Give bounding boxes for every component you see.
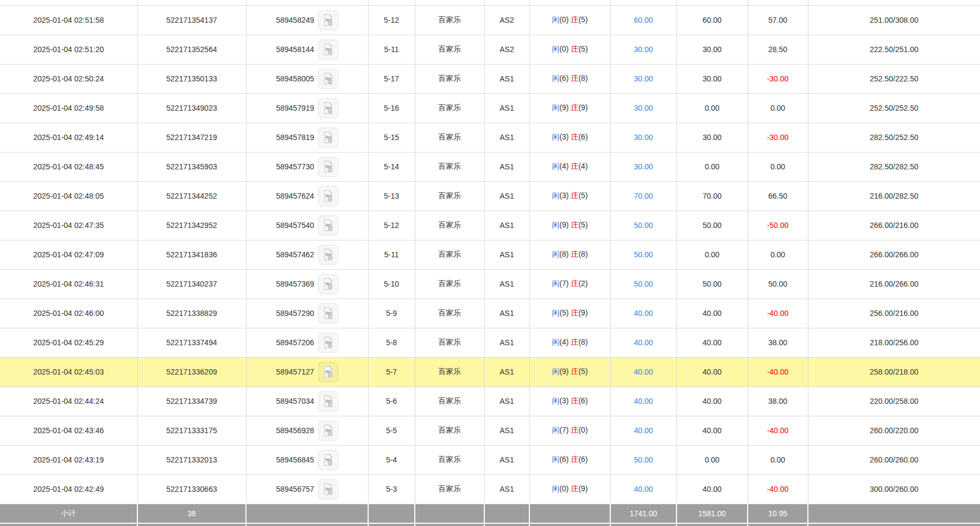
cell-bet-id: 522171338829 xyxy=(137,299,246,328)
banker-points: (6) xyxy=(578,455,587,464)
video-replay-button[interactable] xyxy=(318,303,338,324)
banker-label: 庄 xyxy=(571,426,578,434)
cell-bet-time: 2025-01-04 02:49:58 xyxy=(0,93,137,123)
video-replay-button[interactable] xyxy=(318,333,338,353)
table-row[interactable]: 2025-01-04 02:47:09 522171341836 5894574… xyxy=(0,240,980,269)
bet-amount-link[interactable]: 50.00 xyxy=(634,250,653,259)
video-replay-button[interactable] xyxy=(318,479,338,499)
banker-points: (8) xyxy=(578,74,587,83)
cell-valid-amount: 0.00 xyxy=(676,152,748,181)
video-replay-icon xyxy=(321,307,334,320)
table-row[interactable]: 2025-01-04 02:48:45 522171345903 5894577… xyxy=(0,152,980,181)
bet-amount-link[interactable]: 50.00 xyxy=(634,455,653,464)
bet-amount-link[interactable]: 50.00 xyxy=(634,280,653,288)
video-replay-icon xyxy=(321,131,334,144)
video-replay-icon xyxy=(321,72,334,85)
video-replay-button[interactable] xyxy=(318,450,338,470)
table-row[interactable]: 2025-01-04 02:46:31 522171340237 5894573… xyxy=(0,269,980,299)
video-replay-button[interactable] xyxy=(318,10,338,30)
bet-amount-link[interactable]: 30.00 xyxy=(634,74,653,83)
cell-bet-time: 2025-01-04 02:43:19 xyxy=(0,445,137,474)
cell-game-name: 百家乐 xyxy=(415,445,484,474)
video-replay-button[interactable] xyxy=(318,186,338,206)
table-row[interactable]: 2025-01-04 02:51:58 522171354137 5894582… xyxy=(0,5,980,35)
table-row[interactable]: 2025-01-04 02:49:14 522171347219 5894578… xyxy=(0,123,980,152)
round-id-text: 589456845 xyxy=(276,455,314,464)
video-replay-button[interactable] xyxy=(318,40,338,60)
cell-win-loss: 57.00 xyxy=(748,5,808,35)
cell-round-number: 5-3 xyxy=(368,474,415,504)
bet-amount-link[interactable]: 40.00 xyxy=(634,338,653,347)
banker-label: 庄 xyxy=(571,308,578,317)
video-replay-button[interactable] xyxy=(318,421,338,441)
bet-amount-link[interactable]: 50.00 xyxy=(634,221,653,230)
cell-game-name: 百家乐 xyxy=(415,5,484,35)
bet-amount-link[interactable]: 40.00 xyxy=(634,397,653,405)
video-replay-button[interactable] xyxy=(318,362,338,382)
table-row[interactable]: 2025-01-04 02:50:24 522171350133 5894580… xyxy=(0,64,980,93)
video-replay-button[interactable] xyxy=(318,274,338,294)
cell-valid-amount: 40.00 xyxy=(676,416,748,445)
bet-amount-link[interactable]: 60.00 xyxy=(634,16,653,24)
player-points: (8) xyxy=(559,250,568,258)
next-summary-row-partial xyxy=(0,523,980,526)
video-replay-button[interactable] xyxy=(318,245,338,265)
player-label: 闲 xyxy=(552,367,559,376)
cell-round-id: 589457624 xyxy=(246,181,368,211)
subtotal-valid-total: 1581.00 xyxy=(676,504,748,523)
table-row[interactable]: 2025-01-04 02:42:49 522171330663 5894567… xyxy=(0,474,980,504)
table-row[interactable]: 2025-01-04 02:49:58 522171349023 5894579… xyxy=(0,93,980,123)
table-row[interactable]: 2025-01-04 02:44:24 522171334739 5894570… xyxy=(0,386,980,416)
table-row[interactable]: 2025-01-04 02:47:35 522171342952 5894575… xyxy=(0,211,980,240)
video-replay-button[interactable] xyxy=(318,391,338,411)
banker-points: (9) xyxy=(578,484,587,493)
table-row[interactable]: 2025-01-04 02:48:05 522171344252 5894576… xyxy=(0,181,980,211)
bet-amount-link[interactable]: 40.00 xyxy=(634,426,653,435)
bet-amount-link[interactable]: 30.00 xyxy=(634,104,653,112)
cell-round-number: 5-4 xyxy=(368,445,415,474)
player-label: 闲 xyxy=(552,103,559,112)
cell-table-name: AS1 xyxy=(484,123,529,152)
table-row[interactable]: 2025-01-04 02:43:46 522171333175 5894569… xyxy=(0,416,980,445)
subtotal-label: 小计 xyxy=(0,504,137,523)
cell-game-name: 百家乐 xyxy=(415,93,484,123)
video-replay-button[interactable] xyxy=(318,157,338,177)
cell-table-name: AS1 xyxy=(484,386,529,416)
subtotal-winloss-total: 10.95 xyxy=(748,504,808,523)
banker-points: (5) xyxy=(578,220,587,229)
cell-bet-id: 522171350133 xyxy=(137,64,246,93)
cell-game-result: 闲(9) 庄(5) xyxy=(529,357,610,386)
video-replay-button[interactable] xyxy=(318,69,338,89)
bet-amount-link[interactable]: 30.00 xyxy=(634,162,653,171)
cell-valid-amount: 60.00 xyxy=(676,5,748,35)
video-replay-button[interactable] xyxy=(318,216,338,236)
cell-win-loss: 38.00 xyxy=(748,328,808,357)
cell-bet-id: 522171330663 xyxy=(137,474,246,504)
table-row[interactable]: 2025-01-04 02:43:19 522171332013 5894568… xyxy=(0,445,980,474)
video-replay-button[interactable] xyxy=(318,128,338,148)
bet-amount-link[interactable]: 30.00 xyxy=(634,133,653,142)
table-row[interactable]: 2025-01-04 02:51:20 522171352564 5894581… xyxy=(0,35,980,64)
bet-amount-link[interactable]: 30.00 xyxy=(634,45,653,54)
table-row[interactable]: 2025-01-04 02:46:00 522171338829 5894572… xyxy=(0,299,980,328)
bet-amount-link[interactable]: 40.00 xyxy=(634,485,653,493)
bet-amount-link[interactable]: 70.00 xyxy=(634,192,653,200)
cell-balance: 252.50/222.50 xyxy=(808,64,980,93)
player-label: 闲 xyxy=(552,338,559,346)
table-row[interactable]: 2025-01-04 02:45:29 522171337494 5894572… xyxy=(0,328,980,357)
banker-label: 庄 xyxy=(571,484,578,493)
video-replay-button[interactable] xyxy=(318,98,338,118)
cell-bet-time: 2025-01-04 02:51:58 xyxy=(0,5,137,35)
bet-amount-link[interactable]: 40.00 xyxy=(634,309,653,318)
cell-game-result: 闲(3) 庄(5) xyxy=(529,181,610,211)
player-points: (7) xyxy=(559,426,568,434)
player-label: 闲 xyxy=(552,396,559,405)
cell-valid-amount: 0.00 xyxy=(676,240,748,269)
bet-amount-link[interactable]: 40.00 xyxy=(634,367,653,376)
cell-table-name: AS1 xyxy=(484,211,529,240)
player-label: 闲 xyxy=(552,132,559,141)
cell-game-name: 百家乐 xyxy=(415,64,484,93)
table-row[interactable]: 2025-01-04 02:45:03 522171336209 5894571… xyxy=(0,357,980,386)
cell-bet-time: 2025-01-04 02:47:09 xyxy=(0,240,137,269)
cell-win-loss: 28.50 xyxy=(748,35,808,64)
